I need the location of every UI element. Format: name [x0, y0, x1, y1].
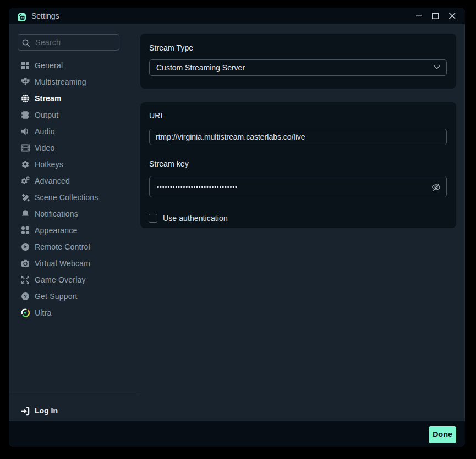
svg-text:?: ? [24, 293, 27, 299]
